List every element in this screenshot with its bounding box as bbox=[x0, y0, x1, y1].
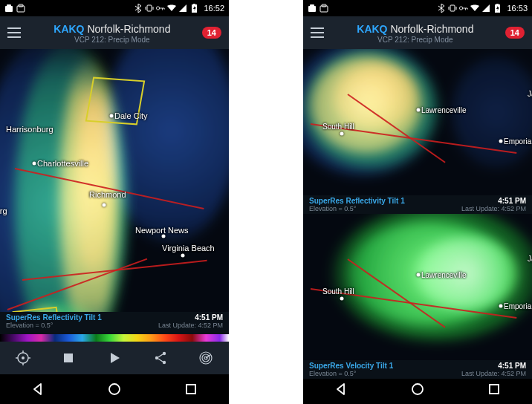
radar-mode: VCP 212: Precip Mode bbox=[22, 36, 202, 44]
app-notification-icon-2 bbox=[16, 4, 25, 13]
back-button[interactable] bbox=[23, 374, 53, 404]
city-label: South Hill bbox=[322, 287, 354, 296]
svg-rect-1 bbox=[7, 4, 11, 7]
home-button[interactable] bbox=[100, 374, 129, 404]
elevation-text: Elevation = 0.5° bbox=[6, 322, 102, 329]
last-update: Last Update: 4:52 PM bbox=[461, 370, 526, 377]
svg-rect-18 bbox=[186, 385, 195, 394]
radar-sweep-button[interactable] bbox=[191, 343, 221, 373]
bluetooth-icon bbox=[437, 4, 446, 13]
cell-signal-icon bbox=[178, 4, 187, 13]
statusbar-clock: 16:52 bbox=[204, 4, 224, 13]
city-label: Harrisonburg bbox=[6, 125, 53, 134]
svg-point-11 bbox=[162, 352, 165, 355]
color-scale-bar bbox=[0, 334, 229, 342]
screenshot-divider bbox=[229, 0, 303, 404]
city-label-partial: Ja bbox=[528, 90, 532, 98]
city-label: Lawrenceville bbox=[421, 271, 467, 279]
frame-time: 4:51 PM bbox=[461, 197, 526, 205]
stop-button[interactable] bbox=[53, 343, 83, 373]
app-notification-icon-2 bbox=[319, 4, 328, 13]
city-label: South Hill bbox=[322, 123, 354, 131]
city-label-partial: Ja bbox=[528, 255, 532, 263]
radar-station-code: KAKQ bbox=[357, 23, 387, 35]
header-title-block[interactable]: KAKQ Norfolk-Richmond VCP 212: Precip Mo… bbox=[325, 23, 505, 44]
svg-rect-0 bbox=[5, 6, 13, 12]
product-name: SuperRes Reflectivity Tilt 1 bbox=[309, 197, 405, 205]
android-navbar bbox=[303, 374, 532, 404]
header-title-block[interactable]: KAKQ Norfolk-Richmond VCP 212: Precip Mo… bbox=[22, 23, 202, 44]
elevation-text: Elevation = 0.5° bbox=[309, 370, 393, 377]
app-header: KAKQ Norfolk-Richmond VCP 212: Precip Mo… bbox=[0, 16, 229, 49]
svg-rect-20 bbox=[310, 4, 314, 7]
alert-count-badge[interactable]: 14 bbox=[202, 27, 221, 39]
svg-point-9 bbox=[22, 356, 25, 359]
menu-button[interactable] bbox=[311, 27, 325, 38]
last-update: Last Update: 4:52 PM bbox=[158, 322, 223, 329]
svg-rect-26 bbox=[496, 4, 499, 4]
radar-station-code: KAKQ bbox=[53, 23, 84, 35]
svg-rect-23 bbox=[450, 5, 455, 11]
bluetooth-icon bbox=[134, 4, 143, 13]
svg-point-24 bbox=[460, 7, 463, 10]
play-button[interactable] bbox=[100, 343, 129, 373]
svg-point-5 bbox=[157, 7, 160, 10]
wifi-icon bbox=[470, 4, 479, 13]
frame-time: 4:51 PM bbox=[158, 313, 223, 322]
battery-icon bbox=[189, 4, 198, 13]
svg-rect-4 bbox=[147, 5, 152, 11]
pane-info-bar-bottom: SuperRes Velocity Tilt 1 Elevation = 0.5… bbox=[303, 360, 532, 379]
locate-button[interactable] bbox=[8, 343, 38, 373]
city-label: Richmond bbox=[89, 190, 126, 199]
vpn-key-icon bbox=[459, 4, 468, 13]
product-name: SuperRes Reflectivity Tilt 1 bbox=[6, 313, 102, 322]
android-statusbar: 16:53 bbox=[303, 0, 532, 16]
share-button[interactable] bbox=[146, 343, 175, 373]
city-label: Lawrenceville bbox=[421, 106, 467, 114]
home-button[interactable] bbox=[403, 374, 432, 404]
radar-viewport-split[interactable]: Lawrenceville South Hill Emporia Ja Supe… bbox=[303, 49, 532, 342]
svg-rect-19 bbox=[308, 6, 316, 12]
app-notification-icon bbox=[308, 4, 317, 13]
svg-rect-10 bbox=[64, 354, 73, 362]
app-toolbar bbox=[0, 342, 229, 374]
radar-viewport[interactable]: Dale City Harrisonburg Charlottesville R… bbox=[0, 49, 229, 342]
menu-button[interactable] bbox=[7, 27, 22, 38]
svg-point-17 bbox=[109, 384, 120, 394]
svg-point-12 bbox=[155, 356, 158, 359]
radar-mode: VCP 212: Precip Mode bbox=[325, 36, 505, 44]
svg-point-36 bbox=[412, 384, 423, 394]
android-statusbar: 16:52 bbox=[0, 0, 229, 16]
screenshot-right: 16:53 KAKQ Norfolk-Richmond VCP 212: Pre… bbox=[303, 0, 532, 404]
pane-info-bar-top: SuperRes Reflectivity Tilt 1 Elevation =… bbox=[303, 195, 532, 214]
svg-point-13 bbox=[162, 361, 165, 364]
vibrate-icon bbox=[145, 4, 154, 13]
city-label: Newport News bbox=[135, 226, 189, 235]
statusbar-clock: 16:53 bbox=[507, 4, 528, 13]
city-label: Dale City bbox=[114, 111, 148, 120]
vibrate-icon bbox=[448, 4, 457, 13]
city-label: Emporia bbox=[504, 137, 531, 146]
cell-signal-icon bbox=[481, 4, 490, 13]
app-notification-icon bbox=[4, 4, 13, 13]
android-navbar bbox=[0, 374, 229, 404]
svg-rect-37 bbox=[490, 385, 499, 394]
city-label: Charlottesville bbox=[37, 159, 88, 168]
alert-count-badge[interactable]: 14 bbox=[505, 27, 525, 39]
vpn-key-icon bbox=[156, 4, 165, 13]
radar-location: Norfolk-Richmond bbox=[87, 23, 170, 35]
radar-location: Norfolk-Richmond bbox=[390, 23, 473, 35]
last-update: Last Update: 4:52 PM bbox=[461, 205, 526, 212]
back-button[interactable] bbox=[326, 374, 356, 404]
product-name: SuperRes Velocity Tilt 1 bbox=[309, 362, 393, 370]
recents-button[interactable] bbox=[176, 374, 206, 404]
app-header: KAKQ Norfolk-Richmond VCP 212: Precip Mo… bbox=[303, 16, 532, 49]
wifi-icon bbox=[167, 4, 176, 13]
screenshot-left: 16:52 KAKQ Norfolk-Richmond VCP 212: Pre… bbox=[0, 0, 229, 404]
pane-info-bar: SuperRes Reflectivity Tilt 1 Elevation =… bbox=[0, 312, 229, 334]
city-label-partial: chburg bbox=[0, 206, 7, 215]
city-label: Virginia Beach bbox=[162, 244, 215, 252]
elevation-text: Elevation = 0.5° bbox=[309, 205, 405, 212]
recents-button[interactable] bbox=[479, 374, 509, 404]
battery-icon bbox=[493, 4, 502, 13]
